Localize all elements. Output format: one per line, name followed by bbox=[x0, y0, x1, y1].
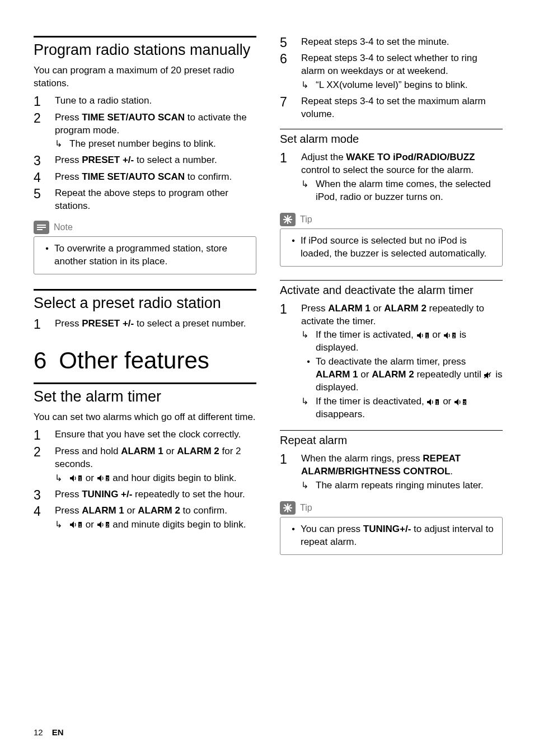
svg-text:1: 1 bbox=[78, 476, 81, 482]
tip-icon bbox=[280, 213, 296, 226]
page-lang: EN bbox=[52, 727, 64, 738]
alarm-steps: 1 Ensure that you have set the clock cor… bbox=[34, 428, 256, 532]
svg-text:2: 2 bbox=[463, 400, 466, 405]
svg-text:2: 2 bbox=[106, 476, 109, 482]
program-steps: 1 Tune to a radio station. 2 Press TIME … bbox=[34, 95, 256, 213]
note-callout: Note To overwrite a programmed station, … bbox=[34, 221, 256, 274]
select-steps: 1 Press PRESET +/- to select a preset nu… bbox=[34, 318, 256, 332]
svg-text:1: 1 bbox=[425, 333, 428, 339]
alarm2-icon: 2 bbox=[443, 332, 457, 339]
mode-steps: 1 Adjust the WAKE TO iPod/RADIO/BUZZ con… bbox=[280, 151, 503, 205]
activate-steps: 1 Press ALARM 1 or ALARM 2 repeatedly to… bbox=[280, 302, 503, 422]
svg-text:2: 2 bbox=[453, 333, 456, 339]
repeat-steps: 1 When the alarm rings, press REPEAT ALA… bbox=[280, 452, 503, 493]
program-intro: You can program a maximum of 20 preset r… bbox=[34, 64, 256, 90]
svg-text:1: 1 bbox=[436, 400, 439, 405]
svg-text:1: 1 bbox=[78, 522, 81, 528]
repeat-title: Repeat alarm bbox=[280, 433, 503, 448]
page-footer: 12 EN bbox=[34, 727, 64, 738]
alarm1-icon: 1 bbox=[69, 521, 83, 529]
svg-rect-1 bbox=[37, 227, 46, 228]
alarm-intro: You can set two alarms which go off at d… bbox=[34, 411, 256, 424]
program-title: Program radio stations manually bbox=[34, 41, 256, 59]
alarm-title: Set the alarm timer bbox=[34, 388, 256, 405]
note-icon bbox=[34, 221, 49, 234]
tip-icon bbox=[280, 501, 296, 515]
svg-rect-0 bbox=[37, 225, 46, 226]
alarm-steps-cont: 5 Repeat steps 3-4 to set the minute. 6 … bbox=[280, 36, 503, 121]
select-title: Select a preset radio station bbox=[34, 294, 256, 312]
activate-title: Activate and deactivate the alarm timer bbox=[280, 283, 503, 298]
svg-text:2: 2 bbox=[106, 522, 109, 528]
alarm1-icon: 1 bbox=[69, 474, 83, 482]
mute-icon bbox=[484, 371, 493, 379]
page-number: 12 bbox=[34, 727, 43, 738]
tip-callout: Tip If iPod source is selected but no iP… bbox=[280, 213, 503, 267]
alarm1-icon: 1 bbox=[416, 332, 430, 339]
svg-rect-2 bbox=[37, 229, 43, 230]
chapter-heading: 6 Other features bbox=[34, 345, 256, 377]
alarm1-icon: 1 bbox=[427, 398, 440, 406]
alarm2-icon: 2 bbox=[97, 521, 110, 529]
alarm2-icon: 2 bbox=[97, 474, 110, 482]
tip-callout-2: Tip You can press TUNING+/- to adjust in… bbox=[280, 501, 503, 555]
alarm2-icon: 2 bbox=[454, 398, 467, 406]
mode-title: Set alarm mode bbox=[280, 132, 503, 147]
